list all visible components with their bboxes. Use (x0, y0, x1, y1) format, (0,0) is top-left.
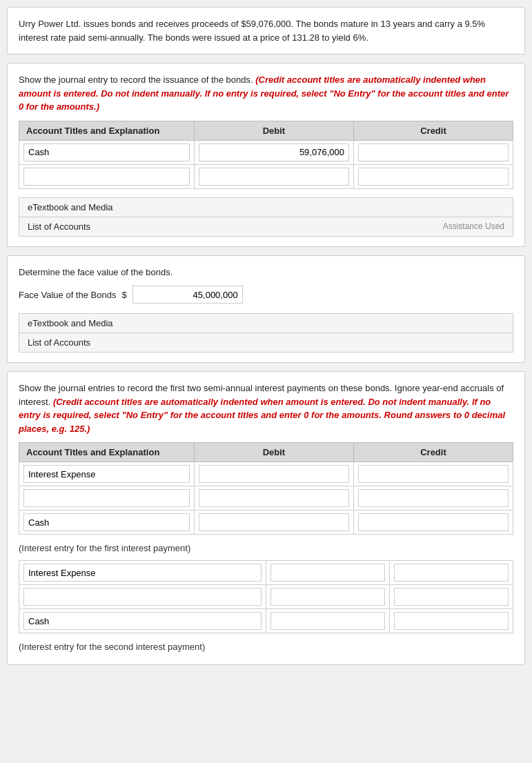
section3-entry2-row3-credit[interactable] (394, 612, 509, 630)
section1-etextbook-button[interactable]: eTextbook and Media (19, 197, 513, 217)
section2-instruction: Determine the face value of the bonds. (19, 266, 513, 279)
section2-buttons: eTextbook and Media List of Accounts (19, 313, 513, 353)
section3-table: Account Titles and Explanation Debit Cre… (19, 442, 513, 535)
section1-row1-debit[interactable] (199, 143, 349, 161)
section3-entry1-row1-debit[interactable] (199, 465, 349, 483)
section3-entry2-row3-account[interactable] (23, 612, 262, 630)
section1-col3-header: Credit (353, 121, 513, 140)
table-row (19, 486, 513, 511)
table-row (19, 140, 513, 164)
section2-etextbook-button[interactable]: eTextbook and Media (19, 313, 513, 333)
face-value-input[interactable] (132, 286, 243, 304)
section1-instruction-plain: Show the journal entry to record the iss… (19, 75, 253, 85)
intro-text: Urry Power Ltd. issues bonds and receive… (19, 17, 513, 44)
section1-row1-account[interactable] (23, 143, 190, 161)
section3-entry2-row1-account[interactable] (23, 564, 262, 582)
section3-entry2-row2-credit[interactable] (394, 588, 509, 606)
section3-entry2-row1-debit[interactable] (270, 564, 385, 582)
section3-col3-header: Credit (353, 443, 513, 462)
section1-col2-header: Debit (194, 121, 353, 140)
table-row (19, 609, 513, 633)
section2-list-accounts-button[interactable]: List of Accounts (19, 333, 513, 353)
section1-row2-account[interactable] (23, 168, 190, 186)
section3-table2 (19, 560, 513, 633)
section3-entry2-label: (Interest entry for the second interest … (19, 642, 513, 652)
section3-entry2-row2-debit[interactable] (270, 588, 385, 606)
section3-col1-header: Account Titles and Explanation (19, 443, 195, 462)
section2-card: Determine the face value of the bonds. F… (7, 255, 525, 364)
section3-instruction-red: (Credit account titles are automatically… (19, 397, 505, 434)
section1-assistance-text: Assistance Used (443, 221, 504, 231)
face-value-row: Face Value of the Bonds $ (19, 286, 513, 304)
section3-entry1-row2-debit[interactable] (199, 489, 349, 507)
section3-entry2-row2-account[interactable] (23, 588, 262, 606)
table-row (19, 164, 513, 188)
section1-row2-debit[interactable] (199, 168, 349, 186)
section3-entry1-label: (Interest entry for the first interest p… (19, 543, 513, 553)
section3-entry1-row2-account[interactable] (23, 489, 190, 507)
intro-card: Urry Power Ltd. issues bonds and receive… (7, 7, 525, 54)
section3-entry1-row1-account[interactable] (23, 465, 190, 483)
section1-table: Account Titles and Explanation Debit Cre… (19, 121, 513, 189)
section3-instruction: Show the journal entries to record the f… (19, 382, 513, 435)
section1-row2-credit[interactable] (358, 168, 509, 186)
section3-entry1-row2-credit[interactable] (358, 489, 509, 507)
face-value-label: Face Value of the Bonds (19, 290, 116, 300)
table-row (19, 462, 513, 486)
section3-entry1-row1-credit[interactable] (358, 465, 509, 483)
section3-entry1-row3-debit[interactable] (199, 513, 349, 531)
section1-card: Show the journal entry to record the iss… (7, 63, 525, 247)
section3-entry1-row3-account[interactable] (23, 513, 190, 531)
table-row (19, 561, 513, 585)
section3-col2-header: Debit (194, 443, 353, 462)
page-wrapper: Urry Power Ltd. issues bonds and receive… (0, 0, 532, 672)
section1-list-accounts-button[interactable]: List of Accounts Assistance Used (19, 217, 513, 237)
section1-buttons: eTextbook and Media List of Accounts Ass… (19, 197, 513, 237)
section1-instruction: Show the journal entry to record the iss… (19, 73, 513, 114)
section1-row1-credit[interactable] (358, 143, 509, 161)
section3-entry2-row1-credit[interactable] (394, 564, 509, 582)
dollar-sign: $ (121, 290, 126, 300)
section3-entry2-row3-debit[interactable] (270, 612, 385, 630)
table-row (19, 585, 513, 609)
section3-entry1-row3-credit[interactable] (358, 513, 509, 531)
table-row (19, 511, 513, 535)
section3-card: Show the journal entries to record the f… (7, 371, 525, 665)
section1-col1-header: Account Titles and Explanation (19, 121, 195, 140)
